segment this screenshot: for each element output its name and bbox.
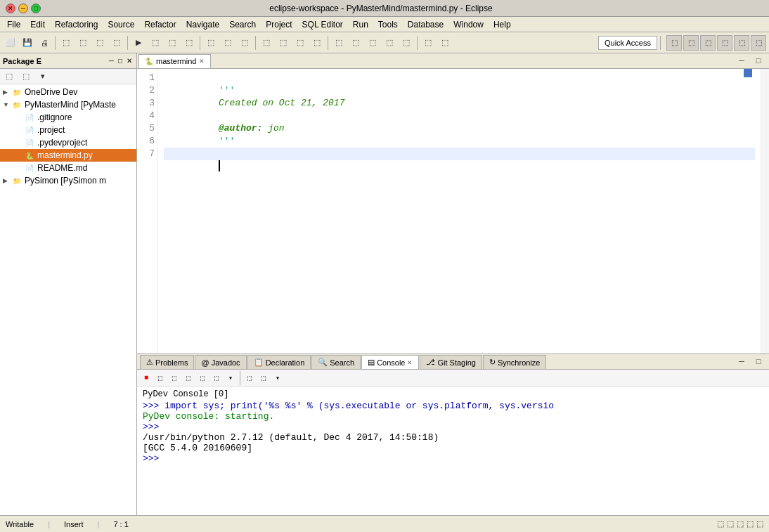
- menu-database[interactable]: Database: [403, 18, 448, 31]
- menu-tools[interactable]: Tools: [374, 18, 402, 31]
- status-icon-4: ⬚: [747, 519, 754, 528]
- git-icon: ⎇: [426, 358, 435, 367]
- terminate-button[interactable]: ■: [140, 372, 153, 384]
- console-btn-10[interactable]: ▾: [271, 372, 284, 384]
- toolbar-btn-19[interactable]: ⬚: [365, 35, 380, 51]
- file-icon: 📄: [24, 124, 35, 136]
- menu-edit[interactable]: Edit: [26, 18, 49, 31]
- toolbar-btn-15[interactable]: ⬚: [292, 35, 308, 51]
- perspective-btn-4[interactable]: ⬚: [717, 35, 732, 51]
- minimize-button[interactable]: ─: [18, 4, 28, 13]
- maximize-button[interactable]: □: [31, 4, 41, 13]
- pe-minimize[interactable]: ─: [108, 57, 115, 65]
- console-sep: [240, 371, 240, 385]
- toolbar-btn-23[interactable]: ⬚: [437, 35, 453, 51]
- pe-link[interactable]: ⬚: [18, 69, 34, 84]
- new-button[interactable]: ⬜: [3, 35, 18, 51]
- tab-search[interactable]: 🔍 Search: [311, 355, 361, 369]
- menu-file[interactable]: File: [3, 18, 25, 31]
- editor-content[interactable]: 1 2 3 4 5 6 7 ''' Created on Oct 21, 201…: [137, 69, 769, 353]
- pe-menu[interactable]: ▾: [35, 69, 51, 84]
- toolbar-btn-5[interactable]: ⬚: [109, 35, 124, 51]
- tab-label: Search: [330, 358, 354, 367]
- close-button[interactable]: ✕: [6, 4, 15, 13]
- menu-source[interactable]: Source: [103, 18, 138, 31]
- console-btn-3[interactable]: ⬚: [168, 372, 181, 384]
- menu-sqleditor[interactable]: SQL Editor: [298, 18, 347, 31]
- toolbar-btn-3[interactable]: ⬚: [75, 35, 91, 51]
- menu-window[interactable]: Window: [449, 18, 488, 31]
- tree-item-pysimon[interactable]: ▶ 📁 PySimon [PySimon m: [0, 174, 136, 187]
- perspective-btn-2[interactable]: ⬚: [683, 35, 699, 51]
- console-btn-8[interactable]: ⬚: [243, 372, 256, 384]
- toolbar-btn-7[interactable]: ⬚: [148, 35, 163, 51]
- tab-synchronize[interactable]: ↻ Synchronize: [483, 355, 547, 369]
- menu-project[interactable]: Project: [261, 18, 296, 31]
- tab-javadoc[interactable]: @ Javadoc: [195, 355, 246, 369]
- tree-item-gitignore[interactable]: 📄 .gitignore: [0, 111, 136, 124]
- toolbar-btn-9[interactable]: ⬚: [181, 35, 197, 51]
- pe-close[interactable]: ✕: [125, 57, 134, 65]
- code-editor[interactable]: ''' Created on Oct 21, 2017 @author: jon…: [158, 69, 761, 353]
- toolbar-btn-20[interactable]: ⬚: [382, 35, 397, 51]
- toolbar-btn-18[interactable]: ⬚: [348, 35, 363, 51]
- status-icon-5: ⬚: [756, 519, 763, 528]
- perspective-btn-6[interactable]: ⬚: [751, 35, 766, 51]
- tab-git-staging[interactable]: ⎇ Git Staging: [420, 355, 482, 369]
- tab-close-icon[interactable]: ✕: [407, 359, 413, 366]
- tree-item-pydevproject[interactable]: 📄 .pydevproject: [0, 136, 136, 149]
- bottom-minimize[interactable]: ─: [734, 353, 749, 369]
- tab-console[interactable]: ▤ Console ✕: [361, 355, 419, 369]
- tree-item-onedrive[interactable]: ▶ 📁 OneDrive Dev: [0, 86, 136, 98]
- pe-collapse[interactable]: ⬚: [1, 69, 17, 84]
- toolbar-btn-16[interactable]: ⬚: [309, 35, 325, 51]
- tab-close-button[interactable]: ✕: [199, 58, 205, 65]
- console-btn-6[interactable]: ⬚: [210, 372, 223, 384]
- tree-item-pymastermind[interactable]: ▼ 📁 PyMasterMind [PyMaste: [0, 98, 136, 111]
- perspective-btn-3[interactable]: ⬚: [700, 35, 716, 51]
- menu-navigate[interactable]: Navigate: [182, 18, 224, 31]
- tree-item-readme[interactable]: 📄 README.md: [0, 162, 136, 174]
- toolbar-sep-3: [200, 36, 200, 50]
- toolbar-btn-11[interactable]: ⬚: [220, 35, 235, 51]
- editor-tab-mastermind[interactable]: 🐍 mastermind ✕: [138, 54, 211, 68]
- editor-maximize[interactable]: □: [751, 53, 766, 68]
- toolbar-btn-13[interactable]: ⬚: [259, 35, 274, 51]
- quick-access-button[interactable]: Quick Access: [598, 36, 657, 50]
- bottom-maximize[interactable]: □: [751, 353, 766, 369]
- menu-help[interactable]: Help: [489, 18, 515, 31]
- pe-maximize[interactable]: □: [117, 57, 124, 65]
- toolbar-btn-8[interactable]: ⬚: [164, 35, 180, 51]
- menu-search[interactable]: Search: [225, 18, 260, 31]
- toolbar-btn-22[interactable]: ⬚: [420, 35, 436, 51]
- menu-refactoring[interactable]: Refactoring: [51, 18, 102, 31]
- console-btn-7[interactable]: ▾: [224, 372, 237, 384]
- editor-minimize[interactable]: ─: [734, 53, 749, 68]
- win-controls-left[interactable]: ✕ ─ □: [6, 4, 41, 13]
- console-btn-5[interactable]: ⬚: [196, 372, 209, 384]
- perspective-btn-1[interactable]: ⬚: [666, 35, 682, 51]
- save-button[interactable]: 💾: [20, 35, 35, 51]
- toolbar-btn-6[interactable]: ▶: [131, 35, 146, 51]
- tab-problems[interactable]: ⚠ Problems: [140, 355, 194, 369]
- window-title: eclipse-workspace - PyMasterMind/masterm…: [41, 4, 721, 13]
- toolbar-btn-21[interactable]: ⬚: [399, 35, 414, 51]
- console-btn-9[interactable]: ⬚: [257, 372, 270, 384]
- perspective-btn-5[interactable]: ⬚: [734, 35, 749, 51]
- console-btn-4[interactable]: ⬚: [182, 372, 195, 384]
- tree-item-project[interactable]: 📄 .project: [0, 124, 136, 136]
- toolbar-btn-17[interactable]: ⬚: [331, 35, 347, 51]
- toolbar-btn-12[interactable]: ⬚: [237, 35, 252, 51]
- tab-declaration[interactable]: 📋 Declaration: [247, 355, 311, 369]
- console-btn-2[interactable]: ⬚: [154, 372, 167, 384]
- toolbar-btn-10[interactable]: ⬚: [203, 35, 219, 51]
- toolbar-btn-14[interactable]: ⬚: [276, 35, 291, 51]
- tree-item-mastermind[interactable]: 🐍 mastermind.py: [0, 149, 136, 162]
- toolbar-btn-4[interactable]: ⬚: [92, 35, 108, 51]
- menu-refactor[interactable]: Refactor: [140, 18, 180, 31]
- print-button[interactable]: 🖨: [37, 35, 52, 51]
- toolbar-btn-2[interactable]: ⬚: [58, 35, 74, 51]
- menu-run[interactable]: Run: [349, 18, 373, 31]
- sync-icon: ↻: [489, 358, 496, 367]
- arrow-icon: ▶: [3, 177, 11, 184]
